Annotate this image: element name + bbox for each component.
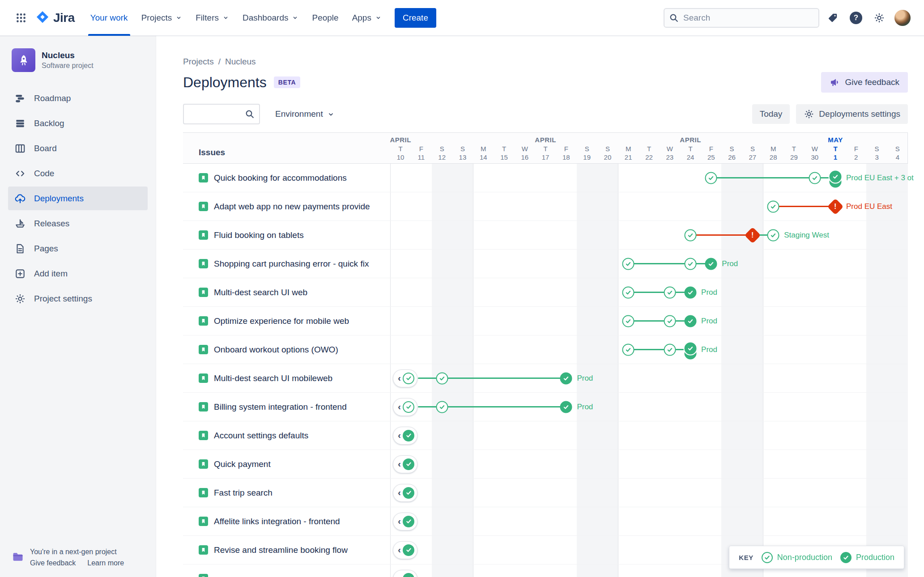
deployment-check-outline[interactable] xyxy=(685,258,697,270)
sidebar-item-backlog[interactable]: Backlog xyxy=(8,111,148,135)
collapsed-deployments-pill[interactable]: ‹ xyxy=(393,398,417,416)
nav-filters[interactable]: Filters xyxy=(189,0,236,36)
sidebar-item-deployments[interactable]: Deployments xyxy=(8,187,148,210)
sidebar-item-code[interactable]: Code xyxy=(8,161,148,185)
deployment-check-outline[interactable] xyxy=(403,373,414,384)
today-button[interactable]: Today xyxy=(752,104,790,124)
issue-row[interactable]: Billing system integration - frontend‹Pr… xyxy=(183,393,907,421)
issue-row[interactable]: Account settings defaults‹ xyxy=(183,421,907,450)
environment-dropdown[interactable]: Environment xyxy=(275,109,335,119)
tag-icon[interactable] xyxy=(823,8,843,28)
deployment-check-outline[interactable] xyxy=(809,172,821,184)
breadcrumb-projects[interactable]: Projects xyxy=(183,57,214,67)
sidebar-item-pages[interactable]: Pages xyxy=(8,237,148,260)
sidebar-item-label: Roadmap xyxy=(34,93,71,103)
deployment-check-filled[interactable] xyxy=(403,487,414,499)
deployment-check-outline[interactable] xyxy=(685,229,697,241)
global-search-input[interactable] xyxy=(664,8,819,28)
deployment-check-filled[interactable] xyxy=(685,286,697,298)
deployment-check-filled[interactable] xyxy=(403,516,414,527)
nav-people[interactable]: People xyxy=(305,0,345,36)
issue-row[interactable]: Quick payment‹ xyxy=(183,450,907,479)
issue-row[interactable]: Fast trip search‹ xyxy=(183,479,907,507)
deployment-check-outline[interactable] xyxy=(622,286,634,298)
help-icon[interactable]: ? xyxy=(846,8,866,28)
issue-row[interactable]: Multi-dest search UI mobileweb‹Prod xyxy=(183,364,907,393)
collapsed-deployments-pill[interactable]: ‹ xyxy=(393,427,417,445)
sidebar-item-project-settings[interactable]: Project settings xyxy=(8,287,148,310)
main-content: Projects / Nucleus Deployments BETA Give… xyxy=(156,36,924,577)
nav-dashboards[interactable]: Dashboards xyxy=(236,0,305,36)
deployment-check-filled[interactable] xyxy=(830,170,842,182)
give-feedback-link[interactable]: Give feedback xyxy=(30,559,76,567)
story-icon xyxy=(199,316,208,326)
issue-row[interactable]: Fluid booking on tablets!Staging West xyxy=(183,221,907,250)
issue-row[interactable]: Multi-dest search UI webProd xyxy=(183,278,907,307)
day-column-header: S4 xyxy=(887,144,908,161)
app-switcher-icon[interactable] xyxy=(12,8,30,27)
deployment-check-filled[interactable] xyxy=(560,401,572,413)
deployment-check-filled[interactable] xyxy=(403,544,414,556)
month-label: APRIL xyxy=(535,136,556,144)
nav-your-work[interactable]: Your work xyxy=(84,0,135,36)
deployment-check-outline[interactable] xyxy=(767,229,779,241)
deployment-check-outline[interactable] xyxy=(622,258,634,270)
collapsed-deployments-pill[interactable]: ‹ xyxy=(393,513,417,530)
sidebar-item-add-item[interactable]: Add item xyxy=(8,262,148,285)
key-non-production: Non-production xyxy=(762,552,832,563)
deployment-check-outline[interactable] xyxy=(664,286,676,298)
deployment-check-outline[interactable] xyxy=(622,344,634,356)
month-label: MAY xyxy=(828,136,843,144)
deployment-check-filled[interactable] xyxy=(403,573,414,577)
project-header[interactable]: Nucleus Software project xyxy=(8,48,148,72)
issue-row[interactable]: Onboard workout options (OWO)Prod xyxy=(183,335,907,364)
deployment-check-filled[interactable] xyxy=(685,342,697,354)
nav-projects[interactable]: Projects xyxy=(135,0,189,36)
collapsed-deployments-pill[interactable]: ‹ xyxy=(393,455,417,473)
collapse-chevron-icon: ‹ xyxy=(398,373,401,382)
breadcrumb-nucleus[interactable]: Nucleus xyxy=(225,57,256,67)
collapsed-deployments-pill[interactable]: ‹ xyxy=(393,541,417,559)
deployment-check-filled[interactable] xyxy=(403,430,414,441)
deployment-check-filled[interactable] xyxy=(705,258,717,270)
story-icon xyxy=(199,488,208,497)
issue-row[interactable]: Optimize experience for mobile webProd xyxy=(183,307,907,335)
story-icon xyxy=(199,230,208,240)
non-production-check-icon xyxy=(762,552,773,563)
sidebar-item-releases[interactable]: Releases xyxy=(8,212,148,235)
deployment-error-marker[interactable]: ! xyxy=(827,198,844,215)
deployment-check-outline[interactable] xyxy=(436,372,448,384)
nav-apps[interactable]: Apps xyxy=(345,0,388,36)
profile-button[interactable] xyxy=(893,8,912,28)
deployment-check-outline[interactable] xyxy=(664,315,676,327)
deployment-error-marker[interactable]: ! xyxy=(745,227,761,243)
sidebar-item-roadmap[interactable]: Roadmap xyxy=(8,86,148,110)
deployment-check-outline[interactable] xyxy=(622,315,634,327)
issue-row[interactable]: Shopping cart purchasing error - quick f… xyxy=(183,250,907,278)
day-column-header: T22 xyxy=(639,144,659,161)
deployment-check-filled[interactable] xyxy=(560,372,572,384)
settings-gear-icon[interactable] xyxy=(869,8,889,28)
jira-logo[interactable]: Jira xyxy=(36,10,75,25)
deployment-check-outline[interactable] xyxy=(664,344,676,356)
deployment-check-filled[interactable] xyxy=(403,458,414,470)
collapsed-deployments-pill[interactable]: ‹ xyxy=(393,484,417,502)
deployment-check-outline[interactable] xyxy=(767,200,779,212)
deployment-check-outline[interactable] xyxy=(436,401,448,413)
deployment-check-outline[interactable] xyxy=(403,401,414,413)
deployments-settings-button[interactable]: Deployments settings xyxy=(796,104,908,124)
give-feedback-button[interactable]: Give feedback xyxy=(821,72,908,93)
issue-row[interactable]: Affelite links integration - frontend‹ xyxy=(183,507,907,536)
deployment-check-outline[interactable] xyxy=(705,172,717,184)
issue-row[interactable]: Quick booking for accommodationsProd EU … xyxy=(183,164,907,192)
create-button[interactable]: Create xyxy=(395,8,436,28)
sidebar-item-board[interactable]: Board xyxy=(8,136,148,160)
deployment-track: Prod xyxy=(390,278,908,306)
day-column-header: W16 xyxy=(515,144,535,161)
collapsed-deployments-pill[interactable]: ‹ xyxy=(393,570,417,577)
learn-more-link[interactable]: Learn more xyxy=(87,559,124,567)
day-column-header: M14 xyxy=(473,144,494,161)
issue-row[interactable]: Adapt web app no new payments provide!Pr… xyxy=(183,192,907,221)
deployment-check-filled[interactable] xyxy=(685,315,697,327)
collapsed-deployments-pill[interactable]: ‹ xyxy=(393,369,417,387)
